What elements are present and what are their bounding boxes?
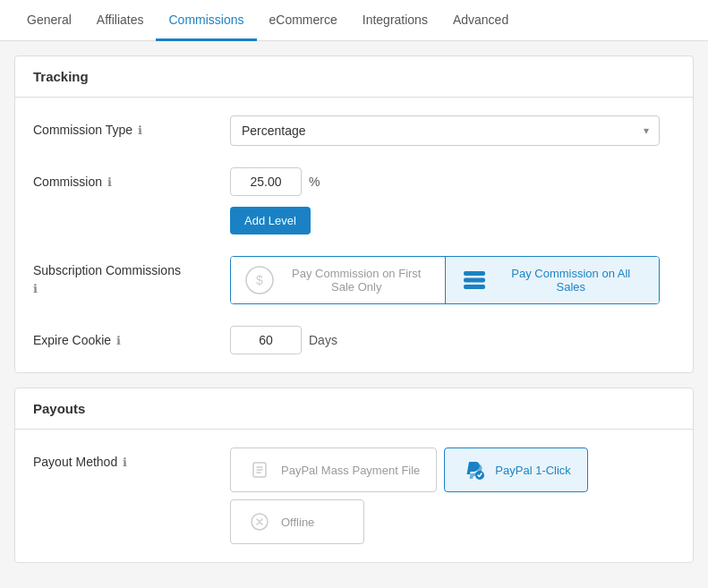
commission-input-group: %	[230, 167, 675, 196]
tab-integrations[interactable]: Integrations	[350, 0, 440, 41]
commission-label: Commission ℹ	[33, 167, 230, 189]
payout-method-control: PayPal Mass Payment File	[230, 447, 675, 544]
payouts-section-body: Payout Method ℹ Pa	[15, 430, 693, 562]
subscription-toggle-group: $ Pay Commission on First Sale Only	[230, 256, 660, 304]
expire-cookie-label: Expire Cookie ℹ	[33, 326, 230, 347]
tab-affiliates[interactable]: Affiliates	[84, 0, 157, 41]
subscription-label-group: Subscription Commissions ℹ	[33, 263, 181, 295]
payout-method-label: Payout Method ℹ	[33, 447, 230, 469]
offline-label: Offline	[281, 516, 314, 529]
svg-rect-2	[464, 271, 485, 276]
commission-type-select[interactable]: Percentage Flat Rate	[230, 115, 660, 146]
tracking-section-title: Tracking	[15, 56, 693, 98]
commission-info-icon[interactable]: ℹ	[107, 175, 112, 189]
expire-cookie-row: Expire Cookie ℹ Days	[33, 326, 675, 354]
tracking-section-body: Commission Type ℹ Percentage Flat Rate ▾	[15, 98, 693, 372]
payouts-section-title: Payouts	[15, 388, 693, 430]
payout-offline-button[interactable]: Offline	[230, 499, 364, 544]
top-navigation: General Affiliates Commissions eCommerce…	[0, 0, 708, 41]
commission-row: Commission ℹ % Add Level	[33, 167, 675, 234]
payout-method-row: Payout Method ℹ Pa	[33, 447, 675, 544]
svg-rect-3	[464, 278, 485, 283]
subscription-commissions-row: Subscription Commissions ℹ $	[33, 256, 675, 304]
paypal-1click-icon	[461, 457, 486, 482]
tab-commissions[interactable]: Commissions	[156, 0, 256, 41]
commission-input[interactable]	[230, 167, 302, 196]
all-sales-label: Pay Commission on All Sales	[498, 267, 645, 294]
subscription-commissions-label-area: Subscription Commissions ℹ	[33, 256, 230, 295]
offline-icon	[247, 509, 272, 534]
tab-advanced[interactable]: Advanced	[440, 0, 521, 41]
commission-type-info-icon[interactable]: ℹ	[138, 124, 142, 137]
expire-cookie-info-icon[interactable]: ℹ	[116, 334, 121, 347]
expire-cookie-input[interactable]	[230, 326, 302, 354]
payout-paypal-mass-button[interactable]: PayPal Mass Payment File	[230, 447, 437, 492]
commission-type-control: Percentage Flat Rate ▾	[230, 115, 675, 146]
subscription-all-sales-button[interactable]: Pay Commission on All Sales	[446, 257, 660, 303]
dollar-first-sale-icon: $	[245, 266, 274, 294]
expire-cookie-unit: Days	[309, 333, 337, 347]
svg-text:$: $	[256, 273, 263, 287]
subscription-info-icon[interactable]: ℹ	[33, 282, 181, 295]
add-level-button[interactable]: Add Level	[230, 207, 311, 234]
paypal-1click-label: PayPal 1-Click	[495, 464, 571, 477]
subscription-control: $ Pay Commission on First Sale Only	[230, 256, 675, 304]
commission-type-select-wrapper: Percentage Flat Rate ▾	[230, 115, 660, 146]
payout-method-info-icon[interactable]: ℹ	[123, 456, 127, 469]
subscription-label-text: Subscription Commissions	[33, 263, 181, 277]
expire-cookie-control: Days	[230, 326, 675, 354]
payout-paypal-1click-button[interactable]: PayPal 1-Click	[444, 447, 588, 492]
tab-general[interactable]: General	[14, 0, 84, 41]
tracking-section: Tracking Commission Type ℹ Percentage Fl…	[14, 55, 694, 373]
svg-rect-4	[464, 285, 485, 289]
payouts-section: Payouts Payout Method ℹ	[14, 388, 694, 563]
commission-unit: %	[309, 175, 320, 189]
stack-all-sales-icon	[460, 266, 489, 294]
paypal-mass-icon	[247, 457, 272, 482]
commission-type-label: Commission Type ℹ	[33, 115, 230, 137]
expire-cookie-input-group: Days	[230, 326, 675, 354]
tab-ecommerce[interactable]: eCommerce	[257, 0, 350, 41]
payout-method-group: PayPal Mass Payment File	[230, 447, 675, 544]
commission-input-row: %	[230, 167, 675, 196]
first-sale-label: Pay Commission on First Sale Only	[283, 267, 431, 294]
commission-type-row: Commission Type ℹ Percentage Flat Rate ▾	[33, 115, 675, 146]
main-content: Tracking Commission Type ℹ Percentage Fl…	[0, 41, 708, 588]
paypal-mass-label: PayPal Mass Payment File	[281, 464, 420, 477]
commission-control: % Add Level	[230, 167, 675, 234]
subscription-first-sale-button[interactable]: $ Pay Commission on First Sale Only	[231, 257, 446, 303]
